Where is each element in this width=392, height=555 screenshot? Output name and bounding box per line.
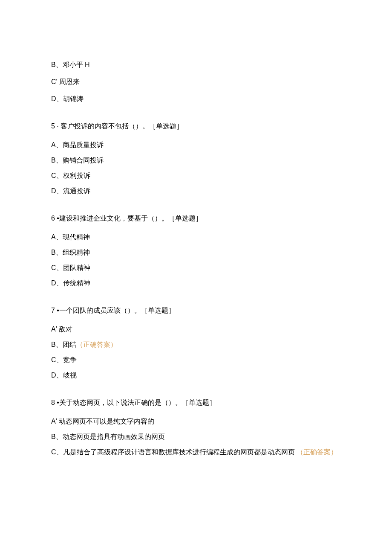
question-7: 7 •一个团队的成员应该（）。［单选题］ A' 敌对 B、团结（正确答案） C、…	[51, 305, 341, 381]
correct-answer-label: （正确答案）	[297, 448, 337, 456]
option-c-text: C、凡是结合了高级程序设计语言和数据库技术进行编程生成的网页都是动态网页	[51, 448, 295, 456]
question-options: A、现代精神 B、组织精神 C、团队精神 D、传统精神	[51, 232, 341, 288]
option-d: D、流通投诉	[51, 186, 341, 196]
option-c: C' 周恩来	[51, 77, 341, 87]
option-b: B、购销合同投诉	[51, 155, 341, 166]
question-stem: 7 •一个团队的成员应该（）。［单选题］	[51, 305, 341, 316]
question-options: A' 动态网页不可以是纯文字内容的 B、动态网页是指具有动画效果的网页 C、凡是…	[51, 416, 341, 457]
option-b: B、邓小平 H	[51, 60, 341, 70]
question-stem: 8 •关于动态网页，以下说法正确的是（）。［单选题］	[51, 398, 341, 408]
question-options: A' 敌对 B、团结（正确答案） C、竞争 D、歧视	[51, 324, 341, 381]
option-d: D、歧视	[51, 370, 341, 381]
option-c: C、团队精神	[51, 263, 341, 273]
question-5: 5 · 客户投诉的内容不包括（）。［单选题］ A、商品质量投诉 B、购销合同投诉…	[51, 121, 341, 196]
question-options: A、商品质量投诉 B、购销合同投诉 C、权利投诉 D、流通投诉	[51, 140, 341, 196]
question-6: 6 •建设和推进企业文化，要基于（）。［单选题］ A、现代精神 B、组织精神 C…	[51, 213, 341, 288]
option-b: B、动态网页是指具有动画效果的网页	[51, 432, 341, 442]
option-a: A、商品质量投诉	[51, 140, 341, 150]
option-b: B、团结（正确答案）	[51, 340, 341, 350]
option-b: B、组织精神	[51, 247, 341, 258]
option-c: C、竞争	[51, 355, 341, 365]
option-d: D、传统精神	[51, 278, 341, 288]
question-stem: 6 •建设和推进企业文化，要基于（）。［单选题］	[51, 213, 341, 224]
option-a: A、现代精神	[51, 232, 341, 242]
correct-answer-label: （正确答案）	[76, 341, 117, 348]
question-stem: 5 · 客户投诉的内容不包括（）。［单选题］	[51, 121, 341, 131]
prelude-options: B、邓小平 H C' 周恩来 D、胡锦涛	[51, 60, 341, 104]
option-b-text: B、团结	[51, 341, 76, 348]
option-c: C、权利投诉	[51, 171, 341, 181]
question-8: 8 •关于动态网页，以下说法正确的是（）。［单选题］ A' 动态网页不可以是纯文…	[51, 398, 341, 457]
option-a: A' 动态网页不可以是纯文字内容的	[51, 416, 341, 427]
option-a: A' 敌对	[51, 324, 341, 334]
option-c: C、凡是结合了高级程序设计语言和数据库技术进行编程生成的网页都是动态网页 （正确…	[51, 447, 341, 457]
option-d: D、胡锦涛	[51, 94, 341, 104]
